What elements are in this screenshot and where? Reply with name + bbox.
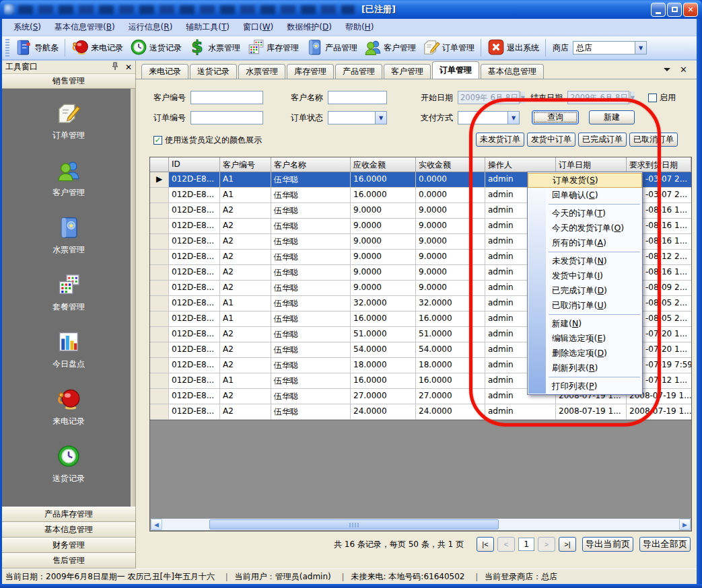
column-header-实收金额[interactable]: 实收金额 [416, 157, 485, 172]
prev-page-button[interactable]: < [497, 537, 515, 552]
row-selector[interactable] [150, 219, 169, 234]
row-selector[interactable] [150, 203, 169, 219]
toolbar-button-7[interactable]: 订单管理 [419, 37, 478, 59]
row-selector[interactable] [150, 404, 169, 420]
context-menu-item-今天的订单(T)[interactable]: 今天的订单(T) [528, 206, 642, 221]
toolbar-button-4[interactable]: 库存管理 [244, 37, 302, 59]
sidebar-group-基本信息管理[interactable]: 基本信息管理 [2, 522, 135, 538]
context-menu-item-发货中订单(I)[interactable]: 发货中订单(I) [528, 268, 642, 283]
menu-item-3[interactable]: 辅助工具(T) [180, 20, 236, 35]
menu-item-0[interactable]: 系统(S) [7, 20, 47, 35]
order-status-dropdown-icon[interactable]: ▼ [375, 112, 386, 124]
tab-送货记录[interactable]: 送货记录 [190, 64, 237, 79]
row-selector[interactable]: ▶ [150, 172, 169, 188]
sidebar-group-财务管理[interactable]: 财务管理 [2, 538, 135, 553]
tool-window-close-icon[interactable]: ✕ [125, 63, 132, 72]
toolbar-button-6[interactable]: 客户管理 [361, 37, 419, 59]
menu-item-2[interactable]: 运行信息(R) [122, 20, 179, 35]
sidebar-item-客户管理[interactable]: 客户管理 [52, 158, 85, 198]
tab-水票管理[interactable]: 水票管理 [238, 64, 285, 79]
toolbar-button-5[interactable]: 产品管理 [302, 37, 361, 59]
status-filter-button-0[interactable]: 未发货订单 [476, 133, 524, 147]
context-menu-item-订单发货(S)[interactable]: 订单发货(S) [528, 173, 642, 188]
export-all-pages-button[interactable]: 导出全部页 [639, 537, 691, 552]
row-selector[interactable] [150, 311, 169, 327]
courier-color-checkbox[interactable]: ✓ 使用送货员定义的颜色展示 [153, 133, 262, 147]
tab-客户管理[interactable]: 客户管理 [384, 64, 431, 79]
scrollbar-thumb[interactable] [209, 519, 499, 529]
customer-name-input[interactable] [328, 91, 387, 104]
last-page-button[interactable]: >| [559, 537, 576, 552]
context-menu-item-今天的发货订单(O)[interactable]: 今天的发货订单(O) [528, 221, 642, 235]
minimize-button[interactable] [651, 3, 666, 17]
row-selector[interactable] [150, 265, 169, 281]
tab-产品管理[interactable]: 产品管理 [335, 64, 382, 79]
first-page-button[interactable]: |< [477, 537, 494, 552]
row-selector[interactable] [150, 296, 169, 311]
sidebar-item-订单管理[interactable]: 订单管理 [52, 101, 85, 141]
new-button[interactable]: 新建 [589, 110, 635, 124]
customer-no-input[interactable] [190, 91, 263, 104]
maximize-button[interactable] [667, 3, 682, 17]
column-header-订单日期[interactable]: 订单日期 [556, 157, 627, 172]
order-no-input[interactable] [190, 111, 263, 124]
context-menu-item-删除选定项(D)[interactable]: 删除选定项(D) [528, 346, 642, 361]
row-selector[interactable] [150, 327, 169, 342]
sidebar-group-sales[interactable]: 销售管理 [2, 74, 135, 89]
menu-item-5[interactable]: 数据维护(D) [281, 20, 338, 35]
next-page-button[interactable]: > [538, 537, 555, 552]
row-selector[interactable] [150, 342, 169, 358]
toolbar-button-3[interactable]: $水票管理 [185, 37, 244, 59]
column-header-客户编号[interactable]: 客户编号 [220, 157, 271, 172]
sidebar-scrollbar[interactable] [131, 89, 135, 507]
scroll-right-icon[interactable]: ▶ [679, 519, 691, 530]
end-date-picker[interactable]: 2009年 6月 8日 ▼ [567, 91, 629, 104]
menu-item-6[interactable]: 帮助(H) [339, 20, 380, 35]
row-selector[interactable] [150, 389, 169, 404]
context-menu-item-新建(N)[interactable]: 新建(N) [528, 316, 642, 331]
toolbar-button-8[interactable]: 退出系统 [484, 37, 542, 59]
column-header-ID[interactable]: ID [169, 157, 220, 172]
context-menu-item-编辑选定项(E)[interactable]: 编辑选定项(E) [528, 331, 642, 346]
tab-订单管理[interactable]: 订单管理 [432, 61, 479, 79]
sidebar-item-来电记录[interactable]: 来电记录 [52, 387, 85, 427]
status-filter-button-3[interactable]: 已取消订单 [629, 133, 678, 147]
enable-date-checkbox-box[interactable] [648, 94, 657, 102]
pin-icon[interactable] [111, 62, 120, 73]
menu-item-1[interactable]: 基本信息管理(B) [48, 20, 121, 35]
tab-来电记录[interactable]: 来电记录 [141, 64, 188, 79]
column-header-客户名称[interactable]: 客户名称 [271, 157, 351, 172]
row-selector[interactable] [150, 188, 169, 203]
pay-method-dropdown-icon[interactable]: ▼ [507, 112, 519, 124]
courier-color-checkbox-box[interactable]: ✓ [153, 136, 162, 145]
sidebar-item-今日盘点[interactable]: 今日盘点 [52, 330, 85, 370]
start-date-dropdown-icon[interactable]: ▼ [520, 91, 525, 104]
tab-list-dropdown-icon[interactable] [664, 68, 670, 75]
order-status-select[interactable]: ▼ [328, 111, 387, 124]
context-menu-item-所有的订单(A)[interactable]: 所有的订单(A) [528, 235, 642, 250]
sidebar-item-送货记录[interactable]: 送货记录 [52, 444, 85, 484]
toolbar-button-2[interactable]: 送货记录 [127, 37, 185, 59]
column-header-应收金额[interactable]: 应收金额 [351, 157, 416, 172]
row-selector[interactable] [150, 281, 169, 296]
context-menu-item-打印列表(P)[interactable]: 打印列表(P) [528, 379, 642, 394]
page-number-input[interactable] [518, 538, 534, 551]
shop-combo[interactable]: 总店▼ [573, 41, 647, 54]
row-selector[interactable] [150, 358, 169, 373]
search-button[interactable]: 查询 [532, 110, 579, 124]
sidebar-item-水票管理[interactable]: 水票管理 [52, 215, 85, 256]
close-button[interactable]: ✕ [683, 3, 698, 17]
row-selector[interactable] [150, 234, 169, 250]
scroll-left-icon[interactable]: ◀ [151, 519, 162, 530]
tab-基本信息管理[interactable]: 基本信息管理 [481, 64, 544, 79]
horizontal-scrollbar[interactable]: ◀ ▶ [151, 519, 691, 530]
row-selector[interactable] [150, 373, 169, 389]
row-selector[interactable] [150, 250, 169, 265]
context-menu-item-刷新列表(R)[interactable]: 刷新列表(R) [528, 361, 642, 375]
shop-dropdown-icon[interactable]: ▼ [635, 42, 646, 54]
context-menu-item-未发货订单(N)[interactable]: 未发货订单(N) [528, 254, 642, 268]
tab-库存管理[interactable]: 库存管理 [287, 64, 334, 79]
context-menu-item-已完成订单(D)[interactable]: 已完成订单(D) [528, 283, 642, 298]
sidebar-group-售后管理[interactable]: 售后管理 [2, 553, 135, 568]
start-date-picker[interactable]: 2009年 6月 8日 ▼ [458, 91, 520, 104]
